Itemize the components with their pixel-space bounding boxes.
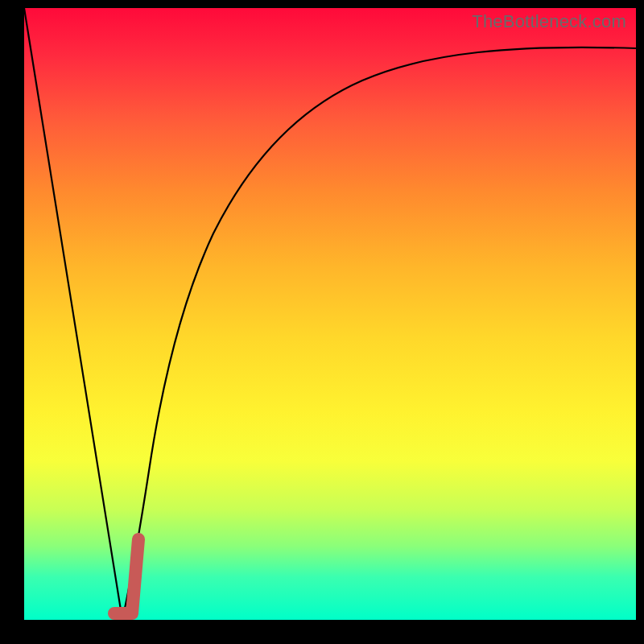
left-slope-line: [24, 8, 122, 620]
chart-frame: TheBottleneck.com: [24, 8, 636, 620]
chart-plot: [24, 8, 636, 620]
right-curve-line: [122, 47, 636, 620]
